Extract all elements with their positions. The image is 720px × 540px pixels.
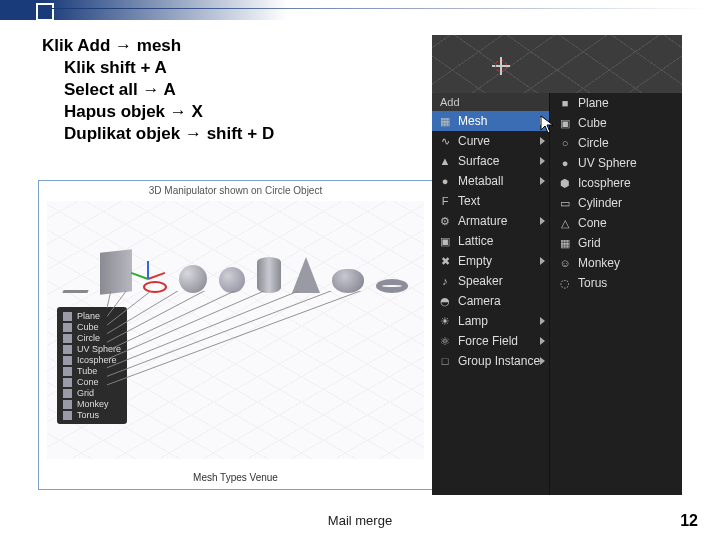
monkey-icon: ☺ xyxy=(558,256,572,270)
menu-item-label: UV Sphere xyxy=(578,156,637,170)
shape-label-icon xyxy=(63,356,72,365)
cube-icon: ▣ xyxy=(558,116,572,130)
menu-item-label: Monkey xyxy=(578,256,620,270)
shape-label-text: Icosphere xyxy=(77,355,117,365)
shape-label-text: Torus xyxy=(77,410,99,420)
add-menu-item-metaball[interactable]: ●Metaball xyxy=(432,171,549,191)
shape-label-row: UV Sphere xyxy=(63,344,121,354)
menu-item-label: Cone xyxy=(578,216,607,230)
shape-label-row: Plane xyxy=(63,311,121,321)
mesh-submenu: ■Plane▣Cube○Circle●UV Sphere⬢Icosphere▭C… xyxy=(550,93,682,495)
mesh-menu-item-cone[interactable]: △Cone xyxy=(550,213,682,233)
mesh-menu-item-plane[interactable]: ■Plane xyxy=(550,93,682,113)
shape-label-icon xyxy=(63,411,72,420)
menu-item-label: Icosphere xyxy=(578,176,631,190)
menu-item-label: Metaball xyxy=(458,174,503,188)
lamp-icon: ☀ xyxy=(438,314,452,328)
cone-icon: △ xyxy=(558,216,572,230)
blender-screenshot: Add ▦Mesh∿Curve▲Surface●MetaballFText⚙Ar… xyxy=(432,35,682,495)
shape-label-panel: PlaneCubeCircleUV SphereIcosphereTubeCon… xyxy=(57,307,127,424)
plane-icon: ■ xyxy=(558,96,572,110)
add-menu-item-speaker[interactable]: ♪Speaker xyxy=(432,271,549,291)
curve-icon: ∿ xyxy=(438,134,452,148)
menu-item-label: Group Instance xyxy=(458,354,540,368)
add-menu-item-armature[interactable]: ⚙Armature xyxy=(432,211,549,231)
shape-label-row: Torus xyxy=(63,410,121,420)
menu-item-label: Armature xyxy=(458,214,507,228)
mesh-menu-item-torus[interactable]: ◌Torus xyxy=(550,273,682,293)
mesh-menu-item-uv-sphere[interactable]: ●UV Sphere xyxy=(550,153,682,173)
menu-item-label: Cylinder xyxy=(578,196,622,210)
chevron-right-icon xyxy=(540,257,545,265)
blender-viewport xyxy=(432,35,682,93)
mesh-menu-item-monkey[interactable]: ☺Monkey xyxy=(550,253,682,273)
axis-gizmo xyxy=(133,263,163,293)
figure-caption: Mesh Types Venue xyxy=(39,472,432,483)
circle-icon: ○ xyxy=(558,136,572,150)
shape-label-text: Cube xyxy=(77,322,99,332)
add-menu-item-lamp[interactable]: ☀Lamp xyxy=(432,311,549,331)
shape-label-row: Cone xyxy=(63,377,121,387)
shape-uvsphere xyxy=(179,265,207,293)
chevron-right-icon xyxy=(540,177,545,185)
mesh-menu-item-icosphere[interactable]: ⬢Icosphere xyxy=(550,173,682,193)
shape-label-icon xyxy=(63,334,72,343)
menu-item-label: Text xyxy=(458,194,480,208)
mesh-menu-item-grid[interactable]: ▦Grid xyxy=(550,233,682,253)
instruction-line: Hapus objek → X xyxy=(64,101,274,123)
force-field-icon: ⚛ xyxy=(438,334,452,348)
add-menu-item-force-field[interactable]: ⚛Force Field xyxy=(432,331,549,351)
slide-accent xyxy=(0,0,720,20)
menu-item-label: Empty xyxy=(458,254,492,268)
shape-plane xyxy=(62,290,88,293)
axis-y xyxy=(131,272,149,280)
menu-item-label: Lamp xyxy=(458,314,488,328)
shape-label-text: UV Sphere xyxy=(77,344,121,354)
add-menu-header: Add xyxy=(432,93,549,111)
menu-item-label: Force Field xyxy=(458,334,518,348)
instruction-line: Select all → A xyxy=(64,79,274,101)
shape-torus xyxy=(376,279,408,293)
add-menu-item-empty[interactable]: ✖Empty xyxy=(432,251,549,271)
mouse-cursor-icon xyxy=(540,115,554,135)
lattice-icon: ▣ xyxy=(438,234,452,248)
icosphere-icon: ⬢ xyxy=(558,176,572,190)
mesh-menu-item-cylinder[interactable]: ▭Cylinder xyxy=(550,193,682,213)
shape-label-row: Monkey xyxy=(63,399,121,409)
shape-label-icon xyxy=(63,323,72,332)
add-menu-item-camera[interactable]: ◓Camera xyxy=(432,291,549,311)
shape-label-row: Grid xyxy=(63,388,121,398)
menu-item-label: Speaker xyxy=(458,274,503,288)
surface-icon: ▲ xyxy=(438,154,452,168)
shape-label-text: Circle xyxy=(77,333,100,343)
add-menu-item-text[interactable]: FText xyxy=(432,191,549,211)
menu-item-label: Lattice xyxy=(458,234,493,248)
menu-item-label: Mesh xyxy=(458,114,487,128)
mesh-types-figure: 3D Manipulator shown on Circle Object Pl… xyxy=(38,180,433,490)
add-menu-item-mesh[interactable]: ▦Mesh xyxy=(432,111,549,131)
shape-label-icon xyxy=(63,400,72,409)
add-menu-item-surface[interactable]: ▲Surface xyxy=(432,151,549,171)
menu-item-label: Curve xyxy=(458,134,490,148)
add-menu-item-lattice[interactable]: ▣Lattice xyxy=(432,231,549,251)
metaball-icon: ● xyxy=(438,174,452,188)
shape-label-text: Cone xyxy=(77,377,99,387)
cylinder-icon: ▭ xyxy=(558,196,572,210)
shape-label-row: Icosphere xyxy=(63,355,121,365)
mesh-icon: ▦ xyxy=(438,114,452,128)
grid-icon: ▦ xyxy=(558,236,572,250)
chevron-right-icon xyxy=(540,337,545,345)
mesh-menu-item-circle[interactable]: ○Circle xyxy=(550,133,682,153)
add-menu-item-group-instance[interactable]: □Group Instance xyxy=(432,351,549,371)
shape-icosphere xyxy=(219,267,245,293)
add-menu-item-curve[interactable]: ∿Curve xyxy=(432,131,549,151)
speaker-icon: ♪ xyxy=(438,274,452,288)
empty-icon: ✖ xyxy=(438,254,452,268)
shape-monkey xyxy=(332,269,364,293)
mesh-menu-item-cube[interactable]: ▣Cube xyxy=(550,113,682,133)
chevron-right-icon xyxy=(540,137,545,145)
chevron-right-icon xyxy=(540,317,545,325)
shape-label-icon xyxy=(63,345,72,354)
chevron-right-icon xyxy=(540,157,545,165)
shape-cylinder xyxy=(257,257,281,293)
